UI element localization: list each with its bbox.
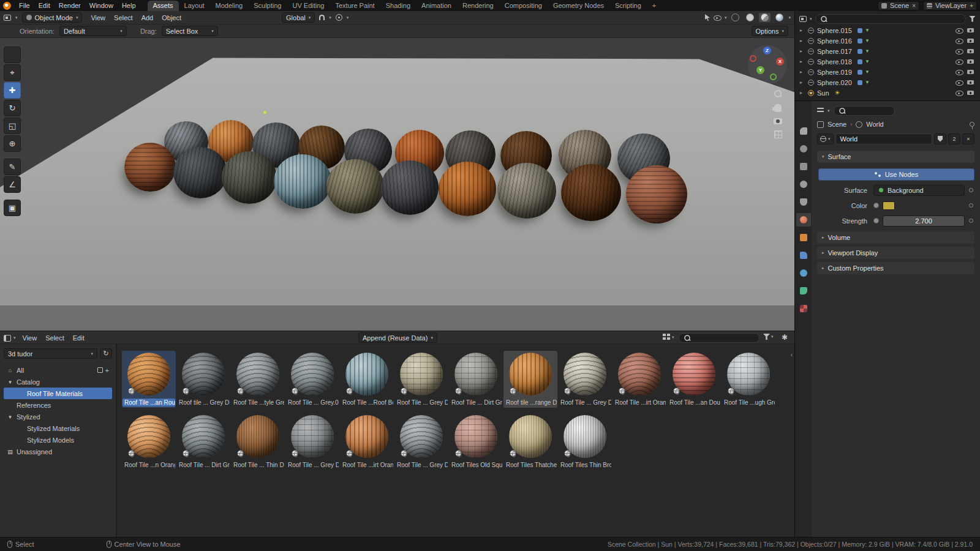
disable-in-render-icon[interactable] — [967, 68, 975, 76]
asset-thumbnail[interactable] — [182, 415, 225, 458]
menu-item[interactable]: Add — [137, 13, 158, 22]
material-preview-button[interactable] — [759, 13, 771, 22]
hide-in-viewport-icon[interactable] — [955, 89, 963, 97]
material-preview-sphere[interactable] — [439, 162, 496, 216]
asset-item[interactable]: Roof Tile ... Grey.001 — [285, 351, 339, 408]
physics-properties-tab[interactable] — [796, 266, 811, 280]
wireframe-shading-button[interactable] — [729, 13, 741, 22]
material-preview-sphere[interactable] — [124, 143, 176, 192]
asset-thumbnail[interactable] — [509, 415, 552, 458]
asset-item[interactable]: Roof tile ...range Dirt — [503, 351, 557, 408]
material-preview-sphere[interactable] — [626, 165, 687, 223]
menu-item[interactable]: View — [18, 334, 42, 342]
outliner-editor-icon[interactable] — [799, 16, 807, 22]
catalog-item[interactable]: ▾ Catalog + — [4, 376, 112, 388]
color-swatch[interactable] — [883, 201, 895, 210]
catalog-item[interactable]: ▤ Unassigned + — [4, 446, 112, 457]
collapse-panel-icon[interactable]: ‹ — [791, 351, 793, 358]
asset-item[interactable]: Roof Tile ...ugh Grey — [722, 351, 775, 408]
solid-shading-button[interactable] — [744, 13, 756, 22]
disable-in-render-icon[interactable] — [967, 89, 975, 97]
asset-search-input[interactable] — [679, 333, 760, 343]
fake-user-button[interactable] — [934, 133, 946, 144]
asset-browser-editor-icon[interactable] — [4, 335, 11, 342]
import-method-dropdown[interactable]: Append (Reuse Data) ▾ — [358, 332, 437, 343]
workspace-tab[interactable]: Rendering — [457, 1, 499, 11]
disable-in-render-icon[interactable] — [967, 47, 975, 55]
panel-header[interactable]: ▸ Volume — [817, 231, 974, 244]
hide-in-viewport-icon[interactable] — [955, 26, 963, 34]
asset-item[interactable]: Roof Tiles Old Squa... — [449, 413, 503, 470]
asset-thumbnail[interactable] — [291, 415, 334, 458]
asset-thumbnail[interactable] — [400, 415, 443, 458]
breadcrumb-world[interactable]: World — [866, 121, 884, 128]
workspace-tab[interactable]: Compositing — [499, 1, 548, 11]
viewport-3d[interactable]: ⌖ ✚ ↻ ◱ ⊕ ✎ — [0, 38, 794, 331]
menu-item[interactable]: Edit — [34, 1, 55, 10]
catalog-item[interactable]: Stylized Models + — [4, 434, 112, 446]
expand-icon[interactable]: ▸ — [800, 59, 805, 64]
viewlayer-selector[interactable]: ViewLayer + — [923, 1, 977, 10]
asset-thumbnail[interactable] — [236, 415, 279, 458]
expand-icon[interactable]: ▸ — [800, 48, 805, 54]
add-workspace-button[interactable]: + — [648, 1, 660, 11]
use-nodes-button[interactable]: Use Nodes — [818, 168, 974, 181]
proportional-editing-icon[interactable] — [336, 14, 342, 21]
sun-lamp-marker[interactable] — [263, 111, 266, 114]
new-viewlayer-icon[interactable]: + — [970, 2, 973, 9]
material-preview-sphere[interactable] — [561, 164, 621, 221]
workspace-tab[interactable]: Texture Paint — [330, 1, 380, 11]
outliner-item[interactable]: ▸ Sphere.015 ▼ ☀ — [798, 25, 977, 36]
catalog-item[interactable]: ⌂ All + — [4, 364, 112, 376]
texture-properties-tab[interactable] — [796, 302, 811, 315]
asset-item[interactable]: Roof Tiles Thatche... — [503, 413, 557, 470]
scene-properties-tab[interactable] — [796, 195, 811, 209]
object-properties-tab[interactable] — [796, 231, 811, 244]
expand-icon[interactable]: ▸ — [800, 80, 805, 85]
pin-icon[interactable] — [970, 122, 974, 127]
editor-type-icon[interactable] — [4, 15, 11, 21]
expand-icon[interactable]: ▸ — [800, 28, 805, 33]
workspace-tab[interactable]: UV Editing — [287, 1, 330, 11]
object-data-properties-tab[interactable] — [796, 284, 811, 298]
material-preview-sphere[interactable] — [274, 154, 331, 209]
animate-property-icon[interactable] — [969, 188, 973, 192]
asset-item[interactable]: Roof Tile ...n Orange — [122, 413, 176, 470]
scene-selector[interactable]: Scene × — [878, 1, 919, 10]
workspace-tab[interactable]: Modeling — [210, 1, 249, 11]
surface-shader-dropdown[interactable]: Background — [873, 185, 965, 196]
asset-thumbnail[interactable] — [454, 353, 497, 395]
asset-item[interactable]: Roof Tile ...an Round — [122, 351, 176, 408]
outliner-item[interactable]: ▸ Sphere.018 ▼ ☀ — [798, 56, 977, 67]
output-properties-tab[interactable] — [796, 160, 811, 173]
asset-thumbnail[interactable] — [345, 353, 388, 395]
hide-in-viewport-icon[interactable] — [955, 37, 963, 45]
disable-in-render-icon[interactable] — [967, 26, 975, 34]
rotate-tool[interactable]: ↻ — [4, 100, 21, 116]
asset-library-dropdown[interactable]: 3d tudor ▾ — [4, 348, 97, 359]
expand-icon[interactable]: ▸ — [800, 69, 805, 75]
asset-thumbnail[interactable] — [564, 353, 606, 395]
add-cube-tool[interactable]: ▣ — [4, 200, 21, 216]
select-box-tool[interactable] — [4, 47, 21, 63]
display-size-button[interactable]: ▾ — [663, 334, 674, 341]
pan-hand-icon[interactable] — [774, 104, 782, 112]
orientation-dropdown[interactable]: Global ▾ — [282, 12, 315, 23]
menu-item[interactable]: Help — [118, 1, 140, 10]
asset-item[interactable]: Roof tile ... Grey Dirt — [176, 351, 230, 408]
asset-item[interactable]: Roof Tile ... Grey Dir — [394, 413, 448, 470]
outliner-item[interactable]: ▸ Sun ▼ ☀ — [798, 88, 977, 98]
workspace-tab[interactable]: Sculpting — [248, 1, 287, 11]
scale-tool[interactable]: ◱ — [4, 118, 21, 134]
menu-item[interactable]: Render — [55, 1, 85, 10]
menu-item[interactable]: Select — [110, 13, 137, 22]
asset-thumbnail[interactable] — [673, 353, 715, 395]
workspace-tab[interactable]: Layout — [179, 1, 210, 11]
material-preview-sphere[interactable] — [326, 159, 384, 214]
options-button[interactable]: Options ▾ — [752, 26, 788, 36]
asset-item[interactable]: Roof Tile ... Grey Dir — [285, 413, 339, 470]
outliner-item[interactable]: ▸ Sphere.016 ▼ ☀ — [798, 36, 977, 46]
cursor-tool[interactable]: ⌖ — [4, 64, 21, 81]
properties-search-input[interactable] — [834, 106, 895, 116]
visibility-icon[interactable] — [713, 13, 722, 21]
